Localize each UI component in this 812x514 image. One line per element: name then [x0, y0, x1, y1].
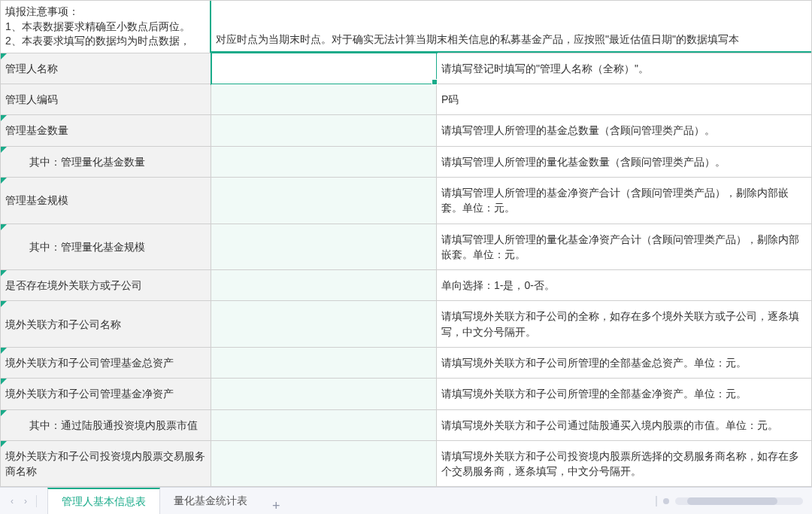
- table-row: 其中：通过陆股通投资境内股票市值请填写境外关联方和子公司通过陆股通买入境内股票的…: [1, 409, 812, 440]
- row-input[interactable]: [211, 53, 437, 84]
- row-label: 境外关联方和子公司管理基金总资产: [1, 348, 211, 379]
- table-row: 境外关联方和子公司管理基金净资产请填写境外关联方和子公司所管理的全部基金净资产。…: [1, 379, 812, 409]
- hscroll-dot[interactable]: [663, 498, 669, 504]
- table-row: 管理人编码P码: [1, 84, 812, 115]
- notes-line2-right: 对应时点为当期末时点。对于确实无法计算当期末相关信息的私募基金产品，应按照"最近…: [216, 32, 739, 47]
- hscroll-thumb[interactable]: [687, 497, 777, 505]
- notes-title: 填报注意事项：: [5, 5, 205, 20]
- row-input[interactable]: [211, 301, 437, 348]
- row-label: 其中：通过陆股通投资境内股票市值: [1, 409, 211, 440]
- row-input[interactable]: [211, 379, 437, 409]
- table-row: 是否存在境外关联方或子公司单向选择：1-是，0-否。: [1, 270, 812, 301]
- row-description: 单向选择：1-是，0-否。: [437, 270, 812, 301]
- table-row: 境外关联方和子公司管理基金总资产请填写境外关联方和子公司所管理的全部基金总资产。…: [1, 348, 812, 379]
- row-label: 境外关联方和子公司名称: [1, 301, 211, 348]
- row-description: 请填写管理人所管理的基金净资产合计（含顾问管理类产品），剔除内部嵌套。单位：元。: [437, 177, 812, 224]
- sheet-nav-arrows: ‹ ›: [3, 488, 47, 514]
- row-input[interactable]: [211, 440, 437, 487]
- row-description: 请填写管理人所管理的基金总数量（含顾问管理类产品）。: [437, 115, 812, 146]
- tab-quant-stats[interactable]: 量化基金统计表: [160, 488, 262, 514]
- notes-left: 填报注意事项： 1、本表数据要求精确至小数点后两位。 2、本表要求填写的数据均为…: [1, 1, 211, 53]
- notes-right: 对应时点为当期末时点。对于确实无法计算当期末相关信息的私募基金产品，应按照"最近…: [211, 1, 811, 53]
- row-label: 管理基金规模: [1, 177, 211, 224]
- sheet-prev-icon[interactable]: ‹: [8, 497, 17, 506]
- table-row: 其中：管理量化基金规模请填写管理人所管理的量化基金净资产合计（含顾问管理类产品）…: [1, 224, 812, 270]
- table-row: 境外关联方和子公司名称请填写境外关联方和子公司的全称，如存在多个境外关联方或子公…: [1, 301, 812, 348]
- nav-separator: [36, 495, 37, 507]
- row-input[interactable]: [211, 224, 437, 270]
- sheet-tabs: 管理人基本信息表 量化基金统计表 +: [47, 488, 291, 514]
- row-description: 请填写境外关联方和子公司投资境内股票所选择的交易服务商名称，如存在多个交易服务商…: [437, 440, 812, 487]
- row-input[interactable]: [211, 84, 437, 115]
- sheet-next-icon[interactable]: ›: [21, 497, 30, 506]
- row-description: 请填写管理人所管理的量化基金净资产合计（含顾问管理类产品），剔除内部嵌套。单位：…: [437, 224, 812, 270]
- table-row: 管理基金数量请填写管理人所管理的基金总数量（含顾问管理类产品）。: [1, 115, 812, 146]
- row-description: 请填写境外关联方和子公司通过陆股通买入境内股票的市值。单位：元。: [437, 409, 812, 440]
- table-row: 境外关联方和子公司投资境内股票交易服务商名称请填写境外关联方和子公司投资境内股票…: [1, 440, 812, 487]
- row-description: 请填写境外关联方和子公司所管理的全部基金净资产。单位：元。: [437, 379, 812, 409]
- row-label: 管理基金数量: [1, 115, 211, 146]
- add-sheet-button[interactable]: +: [262, 498, 291, 514]
- row-input[interactable]: [211, 177, 437, 224]
- table-row: 其中：管理量化基金数量请填写管理人所管理的量化基金数量（含顾问管理类产品）。: [1, 146, 812, 177]
- row-label: 管理人编码: [1, 84, 211, 115]
- row-input[interactable]: [211, 270, 437, 301]
- row-input[interactable]: [211, 348, 437, 379]
- row-input[interactable]: [211, 115, 437, 146]
- hscroll-track[interactable]: [675, 497, 803, 505]
- hscroll-region: [656, 488, 812, 514]
- row-label: 境外关联方和子公司管理基金净资产: [1, 379, 211, 409]
- tab-manager-info[interactable]: 管理人基本信息表: [47, 488, 160, 514]
- notes-row: 填报注意事项： 1、本表数据要求精确至小数点后两位。 2、本表要求填写的数据均为…: [0, 0, 812, 53]
- row-label: 其中：管理量化基金数量: [1, 146, 211, 177]
- form-table: 管理人名称请填写登记时填写的"管理人名称（全称）"。管理人编码P码管理基金数量请…: [0, 53, 812, 487]
- table-row: 管理人名称请填写登记时填写的"管理人名称（全称）"。: [1, 53, 812, 84]
- table-row: 管理基金规模请填写管理人所管理的基金净资产合计（含顾问管理类产品），剔除内部嵌套…: [1, 177, 812, 224]
- row-description: 请填写管理人所管理的量化基金数量（含顾问管理类产品）。: [437, 146, 812, 177]
- row-label: 管理人名称: [1, 53, 211, 84]
- row-description: P码: [437, 84, 812, 115]
- notes-line1: 1、本表数据要求精确至小数点后两位。: [5, 20, 205, 35]
- row-description: 请填写境外关联方和子公司所管理的全部基金总资产。单位：元。: [437, 348, 812, 379]
- row-label: 境外关联方和子公司投资境内股票交易服务商名称: [1, 440, 211, 487]
- row-input[interactable]: [211, 146, 437, 177]
- row-input[interactable]: [211, 409, 437, 440]
- hscroll-sep-left: [656, 496, 657, 506]
- notes-line2-left: 2、本表要求填写的数据均为时点数据，: [5, 34, 205, 49]
- row-description: 请填写登记时填写的"管理人名称（全称）"。: [437, 53, 812, 84]
- row-description: 请填写境外关联方和子公司的全称，如存在多个境外关联方或子公司，逐条填写，中文分号…: [437, 301, 812, 348]
- sheet-tab-bar: ‹ › 管理人基本信息表 量化基金统计表 +: [0, 487, 812, 514]
- row-label: 其中：管理量化基金规模: [1, 224, 211, 270]
- row-label: 是否存在境外关联方或子公司: [1, 270, 211, 301]
